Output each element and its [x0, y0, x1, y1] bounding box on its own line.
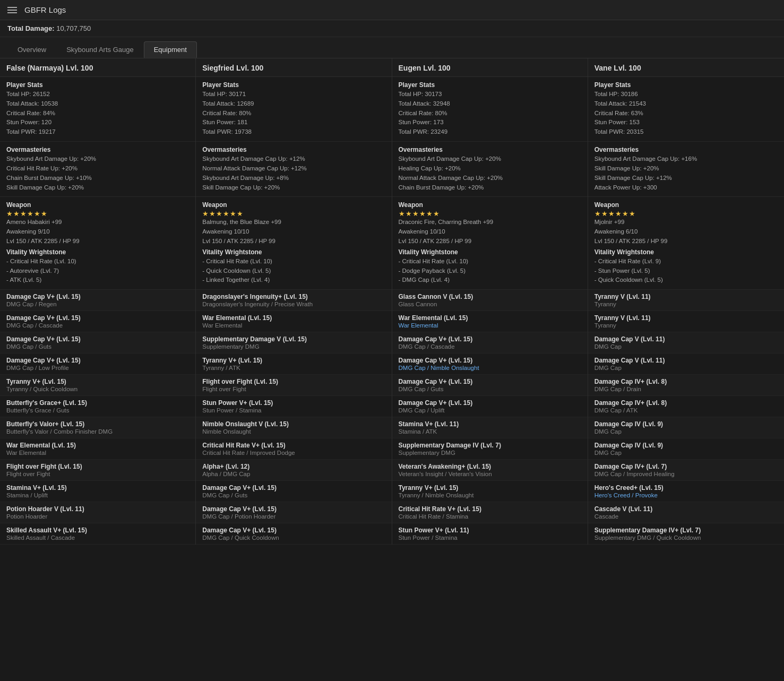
skill-sub: Tyranny / Quick Cooldown: [6, 386, 189, 392]
wrightstone-line: - Linked Together (Lvl. 4): [202, 275, 385, 285]
skill-block: Supplementary Damage IV+ (Lvl. 7)Supplem…: [588, 523, 784, 545]
skill-name: Damage Cap IV (Lvl. 9): [595, 420, 778, 428]
skill-sub: Stun Power / Stamina: [202, 407, 385, 413]
skill-name: Tyranny V+ (Lvl. 15): [6, 378, 189, 385]
skill-block: Damage Cap IV (Lvl. 9)DMG Cap: [588, 417, 784, 438]
skill-block: Damage Cap V+ (Lvl. 15)DMG Cap / Quick C…: [196, 523, 391, 545]
skill-name: Stun Power V+ (Lvl. 15): [202, 399, 385, 407]
skill-sub: Butterfly's Grace / Guts: [6, 407, 189, 413]
skill-sub: Veteran's Insight / Veteran's Vision: [399, 471, 581, 477]
skill-block: Stamina V+ (Lvl. 15)Stamina / Uplift: [0, 481, 195, 502]
main-content: False (Narmaya) Lvl. 100Player StatsTota…: [0, 58, 784, 545]
player-stats-line: Total PWR: 19738: [202, 127, 385, 137]
skill-sub: DMG Cap: [595, 428, 778, 435]
tab-equipment[interactable]: Equipment: [144, 41, 197, 58]
skill-name: Damage Cap IV+ (Lvl. 7): [595, 463, 778, 470]
skill-sub: Tyranny: [595, 301, 778, 307]
skill-name: Glass Cannon V (Lvl. 15): [399, 293, 581, 300]
wrightstone-title-3: Vitality Wrightstone: [595, 248, 778, 256]
skill-name: Supplementary Damage V (Lvl. 15): [202, 335, 385, 343]
skill-sub: Nimble Onslaught: [202, 428, 385, 435]
player-stats-title-1: Player Stats: [202, 81, 385, 89]
skill-name: War Elemental (Lvl. 15): [6, 442, 189, 449]
header-title: GBFR Logs: [24, 5, 66, 14]
player-stats-title-2: Player Stats: [399, 81, 581, 89]
skill-sub: Butterfly's Valor / Combo Finisher DMG: [6, 428, 189, 435]
skill-block: Critical Hit Rate V+ (Lvl. 15)Critical H…: [392, 502, 588, 523]
menu-icon[interactable]: [7, 7, 17, 13]
skill-block: Butterfly's Valor+ (Lvl. 15)Butterfly's …: [0, 417, 195, 438]
skill-name: Potion Hoarder V (Lvl. 11): [6, 505, 189, 513]
overmasteries-section-3: OvermasteriesSkybound Art Damage Cap Up:…: [588, 142, 784, 197]
player-stats-line: Total Attack: 10538: [6, 99, 189, 109]
skill-block: Damage Cap V (Lvl. 11)DMG Cap: [588, 332, 784, 354]
skill-name: Cascade V (Lvl. 11): [595, 505, 778, 513]
weapon-title-2: Weapon: [399, 201, 581, 209]
player-stats-line: Total PWR: 19217: [6, 127, 189, 137]
skill-name: Flight over Fight (Lvl. 15): [6, 463, 189, 470]
wrightstone-line: - Stun Power (Lvl. 5): [595, 266, 778, 276]
overmasteries-line: Skybound Art Damage Cap Up: +16%: [595, 154, 778, 164]
skill-name: Damage Cap V+ (Lvl. 15): [6, 314, 189, 322]
skill-block: Flight over Fight (Lvl. 15)Flight over F…: [196, 375, 391, 396]
overmasteries-line: Skill Damage Cap Up: +12%: [595, 174, 778, 183]
player-stats-line: Stun Power: 120: [6, 118, 189, 127]
column-3: Vane Lvl. 100Player StatsTotal HP: 30186…: [588, 58, 784, 545]
player-stats-line: Critical Rate: 63%: [595, 109, 778, 118]
skill-name: Stun Power V+ (Lvl. 11): [399, 527, 581, 534]
overmasteries-line: Skybound Art Damage Up: +8%: [202, 174, 385, 183]
weapon-section-1: Weapon★★★★★★Balmung, the Blue Blaze +99A…: [196, 197, 391, 290]
skill-block: Damage Cap V+ (Lvl. 15)DMG Cap / Guts: [392, 375, 588, 396]
skill-sub: Hero's Creed / Provoke: [595, 492, 778, 498]
skill-sub: War Elemental: [399, 322, 581, 329]
skill-sub: Potion Hoarder: [6, 513, 189, 520]
skill-name: Damage Cap IV (Lvl. 9): [595, 442, 778, 449]
skill-name: War Elemental (Lvl. 15): [202, 314, 385, 322]
skill-sub: DMG Cap: [595, 450, 778, 456]
total-damage-label: Total Damage:: [7, 24, 55, 32]
skill-block: Flight over Fight (Lvl. 15)Flight over F…: [0, 460, 195, 481]
weapon-stars-3: ★★★★★★: [595, 210, 778, 218]
skill-block: Potion Hoarder V (Lvl. 11)Potion Hoarder: [0, 502, 195, 523]
skill-sub: DMG Cap / Guts: [6, 343, 189, 350]
skill-sub: Stamina / Uplift: [6, 492, 189, 498]
player-stats-title-3: Player Stats: [595, 81, 778, 89]
overmasteries-section-1: OvermasteriesSkybound Art Damage Cap Up:…: [196, 142, 391, 197]
weapon-section-3: Weapon★★★★★★Mjolnir +99Awakening 6/10Lvl…: [588, 197, 784, 290]
skill-name: Tyranny V (Lvl. 11): [595, 293, 778, 300]
skill-block: Damage Cap V (Lvl. 11)DMG Cap: [588, 354, 784, 375]
skill-block: Damage Cap V+ (Lvl. 15)DMG Cap / Cascade: [392, 332, 588, 354]
skill-sub: Tyranny: [595, 322, 778, 329]
player-stats-line: Critical Rate: 80%: [202, 109, 385, 118]
weapon-line: Mjolnir +99: [595, 218, 778, 227]
skill-sub: DMG Cap / Potion Hoarder: [202, 513, 385, 520]
tab-overview[interactable]: Overview: [7, 41, 56, 58]
weapon-line: Lvl 150 / ATK 2285 / HP 99: [202, 237, 385, 246]
total-damage-bar: Total Damage: 10,707,750: [0, 20, 784, 37]
weapon-line: Draconic Fire, Charring Breath +99: [399, 218, 581, 227]
skill-name: Butterfly's Grace+ (Lvl. 15): [6, 399, 189, 407]
skill-name: Nimble Onslaught V (Lvl. 15): [202, 420, 385, 428]
player-stats-line: Critical Rate: 80%: [399, 109, 581, 118]
wrightstone-line: - Critical Hit Rate (Lvl. 10): [6, 257, 189, 266]
skill-block: Dragonslayer's Ingenuity+ (Lvl. 15)Drago…: [196, 290, 391, 311]
skill-sub: War Elemental: [202, 322, 385, 329]
player-stats-line: Stun Power: 181: [202, 118, 385, 127]
skill-block: Critical Hit Rate V+ (Lvl. 15)Critical H…: [196, 438, 391, 460]
skill-name: Damage Cap V+ (Lvl. 15): [399, 335, 581, 343]
overmasteries-line: Skybound Art Damage Up: +20%: [6, 154, 189, 164]
skill-block: Hero's Creed+ (Lvl. 15)Hero's Creed / Pr…: [588, 481, 784, 502]
tab-skybound-arts-gauge[interactable]: Skybound Arts Gauge: [56, 41, 143, 58]
skill-block: Nimble Onslaught V (Lvl. 15)Nimble Onsla…: [196, 417, 391, 438]
weapon-stars-0: ★★★★★★: [6, 210, 189, 218]
skill-sub: DMG Cap / Regen: [6, 301, 189, 307]
skill-name: Damage Cap V+ (Lvl. 15): [399, 399, 581, 407]
skill-name: Stamina V+ (Lvl. 15): [6, 484, 189, 492]
skill-block: Tyranny V (Lvl. 11)Tyranny: [588, 290, 784, 311]
player-stats-section-3: Player StatsTotal HP: 30186Total Attack:…: [588, 77, 784, 142]
weapon-stars-1: ★★★★★★: [202, 210, 385, 218]
skill-name: Hero's Creed+ (Lvl. 15): [595, 484, 778, 492]
skill-name: Stamina V+ (Lvl. 11): [399, 420, 581, 428]
player-stats-line: Total PWR: 23249: [399, 127, 581, 137]
skill-name: Damage Cap V+ (Lvl. 15): [202, 527, 385, 534]
